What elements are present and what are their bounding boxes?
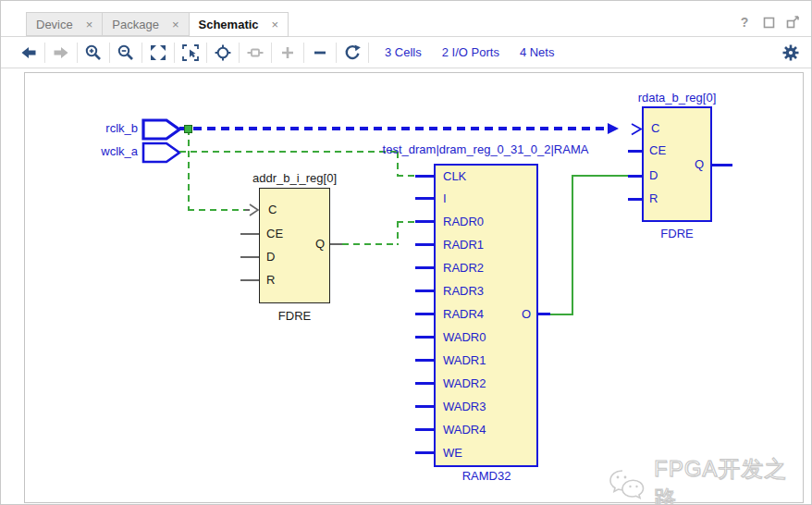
collapse-levels-button[interactable] xyxy=(307,41,333,65)
toolbar-separator xyxy=(368,43,369,63)
nets-count-link[interactable]: 4 Nets xyxy=(520,45,555,59)
net-addr-q[interactable] xyxy=(397,221,399,245)
float-window-icon[interactable] xyxy=(785,15,800,30)
pin-stub xyxy=(415,197,434,200)
pin-stub xyxy=(415,289,434,292)
ram-pin-radr0[interactable]: RADR0 xyxy=(443,215,484,229)
tab-device[interactable]: Device × xyxy=(26,12,102,36)
close-icon[interactable]: × xyxy=(172,18,179,31)
pin-stub xyxy=(240,279,259,281)
cell-type-ram: RAMD32 xyxy=(435,469,538,483)
addr-pin-d[interactable]: D xyxy=(266,250,275,265)
toolbar-separator xyxy=(336,43,337,63)
ram-pin-wadr2[interactable]: WADR2 xyxy=(443,376,486,391)
toolbar-divider xyxy=(1,68,812,68)
net-rclk-b[interactable] xyxy=(179,127,608,130)
cell-title-addr-b-i-reg[interactable]: addr_b_i_reg[0] xyxy=(234,171,355,185)
net-addr-q[interactable] xyxy=(397,221,416,223)
ram-pin-wadr3[interactable]: WADR3 xyxy=(443,400,486,414)
ram-pin-radr4[interactable]: RADR4 xyxy=(443,307,484,322)
zoom-to-selection-button[interactable] xyxy=(178,41,203,65)
ram-pin-radr2[interactable]: RADR2 xyxy=(443,261,484,276)
toolbar-separator xyxy=(141,43,142,63)
settings-gear-icon[interactable] xyxy=(782,44,799,61)
rdata-pin-d[interactable]: D xyxy=(649,168,658,183)
ram-pin-wadr0[interactable]: WADR0 xyxy=(443,330,486,345)
schematic-canvas[interactable]: rclk_b wclk_a xyxy=(24,72,804,503)
pin-stub xyxy=(415,451,434,454)
tab-package[interactable]: Package × xyxy=(102,12,188,36)
input-port-wclk-a[interactable] xyxy=(141,142,182,164)
toolbar-separator xyxy=(77,43,78,63)
cell-type-addr: FDRE xyxy=(262,309,327,323)
nav-back-button[interactable] xyxy=(16,41,42,65)
addr-pin-r[interactable]: R xyxy=(266,273,275,288)
tab-schematic[interactable]: Schematic × xyxy=(189,12,289,37)
zoom-fit-button[interactable] xyxy=(145,41,171,65)
ram-pin-radr1[interactable]: RADR1 xyxy=(443,238,484,252)
pin-stub xyxy=(415,428,434,431)
zoom-in-button[interactable] xyxy=(80,41,106,65)
net-junction xyxy=(184,125,192,133)
clock-arrow-icon xyxy=(631,123,643,136)
nav-forward-button xyxy=(48,41,74,65)
rdata-pin-r[interactable]: R xyxy=(649,191,658,206)
net-ram-o[interactable] xyxy=(572,175,573,315)
expand-cone-button xyxy=(242,41,268,65)
net-ram-o[interactable] xyxy=(549,314,573,315)
close-icon[interactable]: × xyxy=(272,18,279,31)
zoom-out-button[interactable] xyxy=(113,41,139,65)
ram-pin-o[interactable]: O xyxy=(511,307,531,322)
regenerate-layout-button[interactable] xyxy=(339,41,365,65)
addr-pin-q[interactable]: Q xyxy=(302,237,325,252)
net-wclk-a-branch[interactable] xyxy=(188,209,245,211)
rdata-pin-ce[interactable]: CE xyxy=(649,143,666,158)
addr-pin-c[interactable]: C xyxy=(268,203,277,217)
ram-pin-i[interactable]: I xyxy=(443,191,447,206)
net-wclk-a-branch[interactable] xyxy=(188,129,190,210)
pin-stub xyxy=(415,359,434,362)
wechat-logo-icon xyxy=(608,467,646,500)
port-label-rclk-b: rclk_b xyxy=(79,121,138,135)
ram-pin-we[interactable]: WE xyxy=(443,446,462,461)
cells-count-link[interactable]: 3 Cells xyxy=(385,45,422,59)
pin-stub xyxy=(415,336,434,339)
schematic-stats: 3 Cells 2 I/O Ports 4 Nets xyxy=(385,45,554,59)
pin-stub xyxy=(415,382,434,385)
close-icon[interactable]: × xyxy=(86,18,93,31)
net-ram-o[interactable] xyxy=(572,175,628,177)
toolbar-separator xyxy=(239,43,240,63)
maximize-icon[interactable] xyxy=(761,15,776,30)
toolbar-separator xyxy=(271,43,272,63)
cell-title-ram[interactable]: test_dram|dram_reg_0_31_0_2|RAMA xyxy=(365,142,606,156)
toolbar-separator xyxy=(109,43,110,63)
net-wclk-a[interactable] xyxy=(397,175,416,177)
ram-pin-clk[interactable]: CLK xyxy=(443,169,466,184)
rdata-pin-c[interactable]: C xyxy=(651,121,659,136)
window-controls: ? xyxy=(737,15,800,30)
cell-title-rdata-b-reg[interactable]: rdata_b_reg[0] xyxy=(617,91,737,105)
help-icon[interactable]: ? xyxy=(737,15,752,30)
cell-type-rdata: FDRE xyxy=(645,227,709,240)
pin-stub xyxy=(628,198,642,201)
port-label-wclk-a: wclk_a xyxy=(75,144,138,158)
rdata-pin-q[interactable]: Q xyxy=(682,157,704,172)
io-ports-count-link[interactable]: 2 I/O Ports xyxy=(442,45,499,59)
input-port-rclk-b[interactable] xyxy=(141,118,182,141)
watermark: FPGA开发之路 xyxy=(608,454,803,505)
net-arrow-icon xyxy=(608,123,619,134)
pin-stub xyxy=(628,150,642,153)
pin-stub xyxy=(415,405,434,408)
schematic-window: Device × Package × Schematic × ? xyxy=(0,0,812,505)
net-addr-q[interactable] xyxy=(342,243,398,245)
expand-levels-button xyxy=(275,41,301,65)
tab-strip: Device × Package × Schematic × xyxy=(26,12,289,36)
ram-pin-wadr1[interactable]: WADR1 xyxy=(443,353,486,368)
autofit-selection-button[interactable] xyxy=(210,41,236,65)
toolbar-separator xyxy=(44,43,45,63)
addr-pin-ce[interactable]: CE xyxy=(266,227,283,241)
ram-pin-wadr4[interactable]: WADR4 xyxy=(443,423,486,437)
pin-stub xyxy=(538,313,550,315)
ram-pin-radr3[interactable]: RADR3 xyxy=(443,284,484,299)
pin-stub xyxy=(628,175,642,178)
